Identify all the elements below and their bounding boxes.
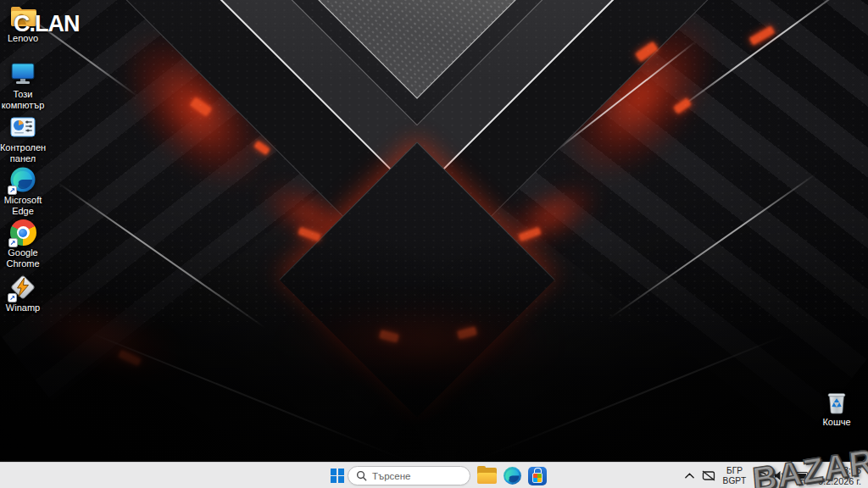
winamp-icon: ↗ — [9, 274, 36, 301]
desktop-icon-label: Контролен панел — [0, 142, 50, 164]
desktop-icon-google-chrome[interactable]: ↗ Google Chrome — [0, 219, 50, 269]
system-tray: БГР BGPT — [681, 463, 868, 488]
desktop-icon-label: Този компютър — [0, 89, 50, 111]
desktop-icon-winamp[interactable]: ↗ Winamp — [0, 274, 50, 313]
touchpad-off-icon — [702, 470, 715, 481]
search-placeholder: Търсене — [372, 471, 411, 481]
this-pc-icon — [9, 60, 36, 87]
desktop-icon-label: Winamp — [0, 302, 50, 313]
tray-date: 9.2.2026 г. — [818, 476, 861, 487]
taskbar-edge[interactable] — [500, 464, 524, 487]
microsoft-edge-icon — [503, 466, 522, 485]
watermark-clan: C.LAN — [14, 11, 80, 37]
file-explorer-icon — [477, 468, 497, 484]
recycle-bin-icon — [823, 388, 850, 415]
shortcut-arrow-icon: ↗ — [8, 186, 17, 195]
microsoft-store-icon — [528, 467, 547, 485]
desktop-icon-label: Microsoft Edge — [0, 195, 50, 217]
windows-logo-icon — [331, 469, 344, 482]
touchpad-off-indicator[interactable] — [698, 464, 719, 487]
language-code: БГР — [723, 466, 747, 476]
clock[interactable]: 13:56 9.2.2026 г. — [814, 465, 868, 486]
google-chrome-icon: ↗ — [10, 219, 36, 246]
tray-time: 13:56 — [818, 465, 861, 476]
taskbar: Търсене — [0, 462, 868, 488]
battery-indicator[interactable] — [790, 464, 814, 487]
control-panel-icon — [9, 114, 36, 141]
battery-icon — [793, 471, 810, 481]
wifi-icon — [754, 470, 767, 481]
taskbar-file-explorer[interactable] — [475, 464, 498, 487]
wallpaper — [0, 0, 868, 462]
red-glow-under — [280, 305, 559, 381]
desktop-icon-control-panel[interactable]: Контролен панел — [0, 114, 50, 164]
keyboard-layout: BGPT — [723, 476, 747, 486]
desktop-screen: Lenovo Този компютър Контролен панел — [0, 0, 868, 488]
chevron-up-icon — [684, 472, 695, 480]
volume-indicator[interactable] — [771, 464, 790, 487]
start-button[interactable] — [326, 464, 349, 487]
taskbar-store[interactable] — [526, 464, 549, 487]
desktop-icon-this-pc[interactable]: Този компютър — [0, 60, 50, 111]
network-indicator[interactable] — [750, 464, 771, 487]
volume-icon — [774, 470, 787, 481]
desktop-icon-label: Кошче — [810, 417, 864, 428]
language-indicator[interactable]: БГР BGPT — [719, 464, 751, 487]
desktop-icon-label: Google Chrome — [0, 247, 50, 269]
search-input[interactable]: Търсене — [348, 466, 470, 485]
desktop-icon-recycle-bin[interactable]: Кошче — [810, 388, 864, 428]
desktop-icon-microsoft-edge[interactable]: ↗ Microsoft Edge — [0, 166, 50, 217]
hidden-icons-button[interactable] — [681, 464, 698, 487]
microsoft-edge-icon: ↗ — [9, 166, 36, 193]
search-icon — [356, 470, 367, 481]
shortcut-arrow-icon: ↗ — [8, 238, 18, 247]
shortcut-arrow-icon: ↗ — [8, 293, 17, 302]
